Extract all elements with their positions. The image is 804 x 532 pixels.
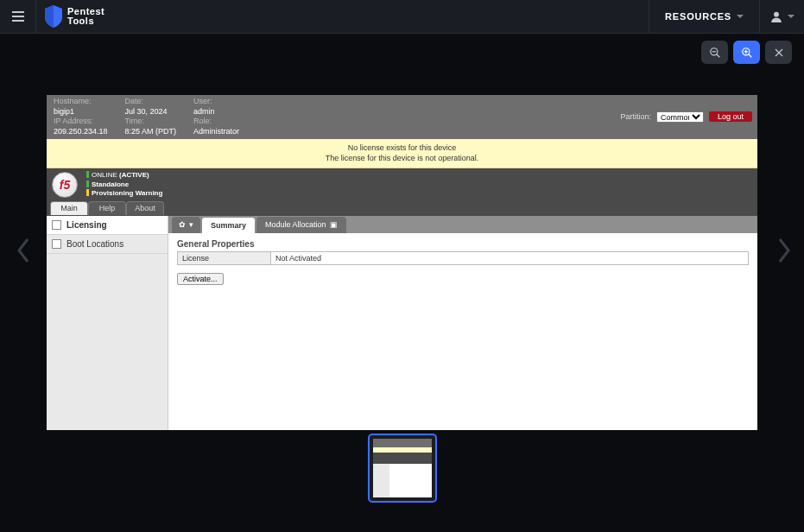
zoom-in-button[interactable] bbox=[733, 41, 760, 64]
ip-label: IP Address: bbox=[54, 117, 108, 127]
module-badge-icon: ▣ bbox=[330, 220, 338, 229]
tab-favorites[interactable]: ✿ ▾ bbox=[172, 217, 200, 233]
license-value-cell: Not Activated bbox=[271, 251, 749, 264]
app-topbar: Pentest Tools RESOURCES bbox=[0, 0, 804, 34]
meta-left: Hostname:bigip1 IP Address:209.250.234.1… bbox=[54, 97, 239, 137]
tab-label: Module Allocation bbox=[265, 220, 326, 229]
date-label: Date: bbox=[125, 97, 177, 107]
license-notice: No license exists for this device The li… bbox=[47, 139, 757, 168]
chevron-left-icon bbox=[16, 238, 31, 263]
thumbnail-preview bbox=[373, 439, 432, 497]
zoom-out-button[interactable] bbox=[701, 41, 728, 64]
sidebar-item-boot-locations[interactable]: Boot Locations bbox=[47, 235, 168, 254]
menu-button[interactable] bbox=[0, 0, 36, 34]
status-indicator-icon bbox=[86, 180, 89, 187]
resources-label: RESOURCES bbox=[665, 11, 731, 22]
screenshot-panel: Hostname:bigip1 IP Address:209.250.234.1… bbox=[47, 95, 757, 399]
tab-main[interactable]: Main bbox=[50, 201, 88, 215]
notice-line2: The license for this device is not opera… bbox=[47, 153, 757, 164]
primary-tabs: Main Help About bbox=[47, 201, 757, 216]
user-value: admin bbox=[193, 107, 239, 117]
role-label: Role: bbox=[193, 117, 239, 127]
table-row: License Not Activated bbox=[178, 251, 749, 264]
sidebar-item-licensing[interactable]: Licensing bbox=[47, 216, 168, 235]
content-area: General Properties License Not Activated… bbox=[168, 233, 757, 291]
viewer-controls bbox=[701, 41, 792, 64]
sidebar: Licensing Boot Locations bbox=[47, 216, 168, 430]
hostname-value: bigip1 bbox=[54, 107, 108, 117]
status-online: ONLINE bbox=[92, 171, 119, 179]
f5-logo: f5 bbox=[52, 172, 78, 198]
document-icon bbox=[52, 220, 61, 230]
meta-user-col: User:admin Role:Administrator bbox=[193, 97, 239, 137]
date-value: Jul 30, 2024 bbox=[125, 107, 177, 117]
ip-value: 209.250.234.18 bbox=[54, 127, 108, 137]
secondary-tabs: ✿ ▾ Summary Module Allocation ▣ bbox=[168, 216, 757, 233]
svg-line-2 bbox=[716, 54, 719, 57]
brand-text: Pentest Tools bbox=[67, 7, 104, 26]
user-label: User: bbox=[193, 97, 239, 107]
gallery-thumbnail[interactable] bbox=[368, 434, 437, 503]
status-standalone: Standalone bbox=[92, 180, 129, 188]
zoom-out-icon bbox=[709, 47, 721, 59]
tab-about[interactable]: About bbox=[126, 201, 164, 215]
topbar-left: Pentest Tools bbox=[0, 0, 104, 33]
license-key-cell: License bbox=[178, 251, 271, 264]
user-menu[interactable] bbox=[759, 0, 804, 34]
prev-arrow[interactable] bbox=[16, 237, 31, 270]
tab-module-allocation[interactable]: Module Allocation ▣ bbox=[256, 217, 346, 233]
chevron-down-icon bbox=[737, 15, 744, 18]
main-content: ✿ ▾ Summary Module Allocation ▣ General … bbox=[168, 216, 757, 430]
chevron-down-icon: ▾ bbox=[189, 220, 193, 229]
status-active: (ACTIVE) bbox=[119, 171, 149, 179]
status-indicator-icon bbox=[86, 171, 89, 178]
activate-button[interactable]: Activate... bbox=[177, 273, 224, 285]
logout-button[interactable]: Log out bbox=[709, 111, 752, 122]
role-value: Administrator bbox=[193, 127, 239, 137]
brand-logo[interactable]: Pentest Tools bbox=[36, 5, 104, 28]
status-provisioning: Provisioning Warning bbox=[92, 189, 162, 197]
sidebar-item-label: Boot Locations bbox=[66, 239, 123, 249]
close-icon bbox=[774, 48, 784, 58]
meta-right: Partition: Common Log out bbox=[620, 111, 752, 123]
tab-summary[interactable]: Summary bbox=[201, 217, 256, 233]
svg-line-5 bbox=[748, 54, 751, 57]
status-indicator-icon bbox=[86, 189, 89, 196]
time-label: Time: bbox=[125, 117, 177, 127]
hamburger-icon bbox=[12, 11, 24, 22]
user-icon bbox=[770, 10, 782, 22]
shield-icon bbox=[45, 5, 62, 28]
close-button[interactable] bbox=[765, 41, 792, 64]
status-bar: f5 ONLINE (ACTIVE) Standalone Provisioni… bbox=[47, 168, 757, 201]
resources-menu[interactable]: RESOURCES bbox=[649, 0, 759, 34]
sidebar-item-label: Licensing bbox=[66, 220, 107, 230]
partition-select[interactable]: Common bbox=[656, 111, 704, 123]
partition-label: Partition: bbox=[620, 112, 651, 123]
gear-icon: ✿ bbox=[179, 220, 186, 229]
notice-line1: No license exists for this device bbox=[47, 142, 757, 154]
svg-point-0 bbox=[774, 12, 779, 17]
tab-help[interactable]: Help bbox=[88, 201, 126, 215]
properties-table: License Not Activated bbox=[177, 251, 749, 265]
zoom-in-icon bbox=[741, 47, 753, 59]
section-heading: General Properties bbox=[177, 239, 749, 249]
meta-host-col: Hostname:bigip1 IP Address:209.250.234.1… bbox=[54, 97, 108, 137]
panel-body: Licensing Boot Locations ✿ ▾ Summary Mod… bbox=[47, 216, 757, 430]
chevron-down-icon bbox=[788, 15, 795, 18]
hostname-label: Hostname: bbox=[54, 97, 108, 107]
status-lines: ONLINE (ACTIVE) Standalone Provisioning … bbox=[86, 171, 162, 199]
document-icon bbox=[52, 239, 61, 249]
brand-line2: Tools bbox=[67, 16, 104, 26]
meta-date-col: Date:Jul 30, 2024 Time:8:25 AM (PDT) bbox=[125, 97, 177, 137]
meta-bar: Hostname:bigip1 IP Address:209.250.234.1… bbox=[47, 95, 757, 139]
topbar-right: RESOURCES bbox=[649, 0, 804, 33]
time-value: 8:25 AM (PDT) bbox=[125, 127, 177, 137]
next-arrow[interactable] bbox=[776, 237, 792, 270]
chevron-right-icon bbox=[776, 238, 792, 263]
